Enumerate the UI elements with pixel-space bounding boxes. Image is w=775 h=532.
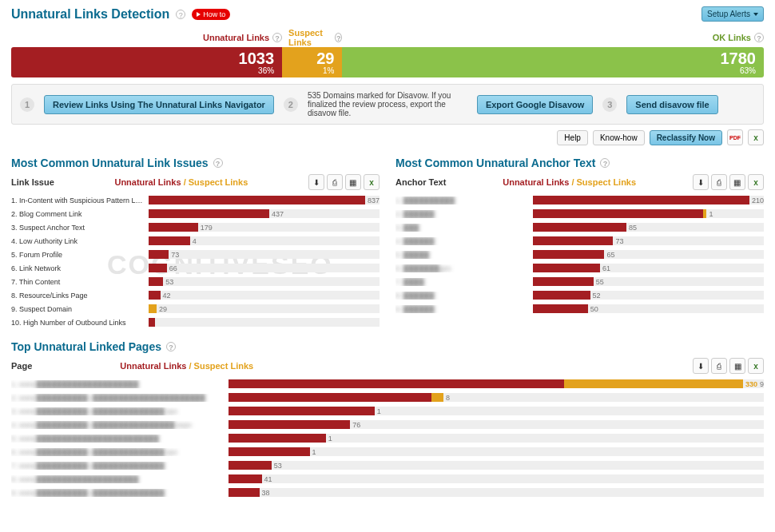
help-icon[interactable]: ? [272,33,282,42]
help-icon[interactable]: ? [600,158,610,168]
chart-row[interactable]: 7. ████55 [395,275,764,288]
print-icon[interactable]: ⎙ [711,358,727,374]
chart-row-label: 5. www.████████████████████████ [11,435,227,443]
excel-export-icon[interactable]: x [748,358,764,374]
chart-row[interactable]: 2. ██████1 [395,207,764,220]
bar-value: 66 [169,264,177,272]
chart-row[interactable]: 8. www.████████████████████41 [11,472,764,486]
chart-row-label: 4. Low Authority Link [11,237,147,245]
chart-bar-track: 179 [149,223,380,232]
bar-value: 1 [328,435,332,443]
chart-row[interactable]: 4. ██████73 [395,234,764,248]
bar-unnatural [149,318,155,327]
summary-seg-unnatural[interactable]: 103336% [11,47,282,77]
anchor-col-label: Anchor Text [395,177,446,187]
chart-row[interactable]: 4. www.██████████.c████████████████.aspx… [11,418,764,431]
chart-row[interactable]: 2. Blog Comment Link437 [11,207,380,220]
bar-unnatural [533,304,588,313]
bar-unnatural [533,277,594,286]
chart-row-label: 1. ██████████ [395,197,531,204]
review-links-button[interactable]: Review Links Using The Unnatural Links N… [44,95,274,114]
knowhow-button[interactable]: Know-how [593,130,645,145]
bar-value: 53 [274,462,282,470]
issues-col-label: Link Issue [11,177,54,187]
chart-bar-track: 73 [149,250,380,259]
pdf-export-icon[interactable]: PDF [727,129,743,145]
chart-row[interactable]: 1. In-Content with Suspicious Pattern Li… [11,193,380,207]
print-icon[interactable]: ⎙ [327,174,343,190]
chart-row[interactable]: 3. Suspect Anchor Text179 [11,220,380,234]
bar-unnatural [149,236,190,245]
excel-export-icon[interactable]: x [748,129,764,145]
bar-value: 73 [615,237,623,245]
pages-chart: 1. www.████████████████████33092. www.██… [11,377,764,499]
step-2-badge: 2 [284,97,298,112]
chart-row[interactable]: 1. www.████████████████████3309 [11,377,764,391]
bar-unnatural [149,277,163,286]
bar-suspect [149,304,157,313]
chevron-down-icon [753,13,758,16]
reclassify-button[interactable]: Reclassify Now [650,130,722,145]
excel-export-icon[interactable]: x [748,174,764,190]
bar-unnatural [533,291,590,300]
help-icon[interactable]: ? [213,158,223,168]
chart-row[interactable]: 5. www.████████████████████████1 [11,431,764,445]
grid-icon[interactable]: ▦ [729,358,745,374]
chart-row[interactable]: 6. ███████ges61 [395,261,764,275]
chart-row[interactable]: 8. ██████52 [395,288,764,302]
bar-value: 210 [752,197,764,204]
chart-row[interactable]: 7. Thin Content53 [11,275,380,288]
bar-value: 179 [201,224,213,232]
chart-bar-track: 55 [533,277,764,286]
chart-row[interactable]: 2. www.██████████.c█████████████████████… [11,391,764,404]
chart-row[interactable]: 6. Link Network66 [11,261,380,275]
chart-row[interactable]: 5. █████65 [395,248,764,261]
bar-unnatural [229,488,260,497]
chart-bar-track: 53 [229,461,764,470]
bar-unnatural [229,447,310,456]
excel-export-icon[interactable]: x [364,174,380,190]
chart-row[interactable]: 4. Low Authority Link4 [11,234,380,248]
chart-row[interactable]: 5. Forum Profile73 [11,248,380,261]
chart-row[interactable]: 7. www.██████████.c██████████████53 [11,459,764,472]
bar-value: 41 [264,475,272,483]
setup-alerts-button[interactable]: Setup Alerts [701,6,764,22]
bar-value: 9 [760,380,764,388]
download-icon[interactable]: ⬇ [693,358,709,374]
send-disavow-button[interactable]: Send disavow file [626,95,717,114]
chart-row[interactable]: 9. www.██████████.c██████████████38 [11,486,764,499]
help-icon[interactable]: ? [335,33,342,42]
bar-value: 65 [606,251,614,259]
grid-icon[interactable]: ▦ [729,174,745,190]
chart-row[interactable]: 3. www.██████████.c██████████████.spx1 [11,404,764,418]
chart-bar-track: 65 [533,250,764,259]
chart-row-label: 8. Resource/Links Page [11,292,147,300]
grid-icon[interactable]: ▦ [345,174,361,190]
export-disavow-button[interactable]: Export Google Disavow [477,95,593,114]
chart-bar-track: 1 [533,209,764,218]
chart-row[interactable]: 10. High Number of Outbound Links [11,316,380,329]
chart-row[interactable]: 6. www.██████████.c██████████████.spx1 [11,445,764,459]
summary-seg-suspect[interactable]: 291% [282,47,342,77]
chart-row[interactable]: 1. ██████████210 [395,193,764,207]
chart-row-label: 10. High Number of Outbound Links [11,319,147,327]
howto-button[interactable]: How to [192,9,230,20]
chart-bar-track: 1 [229,407,764,415]
chart-row-label: 2. www.██████████.c█████████████████████… [11,394,227,402]
download-icon[interactable]: ⬇ [308,174,324,190]
chart-row[interactable]: 8. Resource/Links Page42 [11,288,380,302]
chart-row[interactable]: 9. ██████50 [395,302,764,316]
help-icon[interactable]: ? [754,33,764,42]
help-icon[interactable]: ? [166,342,176,351]
download-icon[interactable]: ⬇ [693,174,709,190]
summary-seg-ok[interactable]: 178063% [342,47,764,77]
chart-row[interactable]: 3. ███85 [395,220,764,234]
chart-row[interactable]: 9. Suspect Domain29 [11,302,380,316]
help-icon[interactable]: ? [176,10,185,19]
chart-bar-track: 85 [533,223,764,232]
print-icon[interactable]: ⎙ [711,174,727,190]
chart-bar-track: 437 [149,209,380,218]
help-button[interactable]: Help [557,130,588,145]
summary-unnatural-label: Unnatural Links [203,33,269,42]
bar-unnatural [149,250,169,259]
